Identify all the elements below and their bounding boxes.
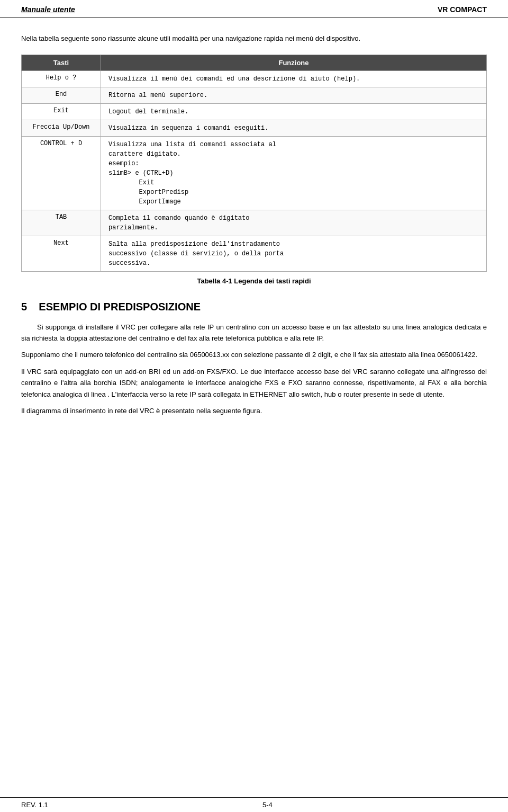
- section5-paragraph-4: Il diagramma di inserimento in rete del …: [21, 405, 487, 416]
- table-cell-func: Visualizza in sequenza i comandi eseguit…: [101, 120, 487, 136]
- section-5-heading: 5 ESEMPIO DI PREDISPOSIZIONE: [21, 301, 487, 313]
- table-row: Help o ?Visualizza il menù dei comandi e…: [22, 70, 487, 87]
- table-row: ExitLogout del terminale.: [22, 103, 487, 120]
- navigation-table: Tasti Funzione Help o ?Visualizza il men…: [21, 55, 487, 272]
- table-cell-func: Salta alla predisposizione dell'instrada…: [101, 236, 487, 271]
- table-header-funzione: Funzione: [101, 55, 487, 70]
- table-cell-key: TAB: [22, 210, 101, 236]
- table-cell-func: Visualizza una lista di comandi associat…: [101, 136, 487, 210]
- table-row: CONTROL + DVisualizza una lista di coman…: [22, 136, 487, 210]
- intro-paragraph: Nella tabella seguente sono riassunte al…: [21, 33, 487, 44]
- table-cell-key: Exit: [22, 103, 101, 120]
- table-caption: Tabella 4-1 Legenda dei tasti rapidi: [21, 277, 487, 285]
- header-product-name: VR COMPACT: [438, 5, 487, 14]
- header-manual-title: Manuale utente: [21, 5, 75, 14]
- table-cell-func: Visualizza il menù dei comandi ed una de…: [101, 70, 487, 87]
- section5-paragraph-3: Il VRC sarà equipaggiato con un add-on B…: [21, 366, 487, 400]
- table-row: TABCompleta il comando quando è digitato…: [22, 210, 487, 236]
- main-content: Nella tabella seguente sono riassunte al…: [0, 17, 508, 454]
- table-header-tasti: Tasti: [22, 55, 101, 70]
- page-header: Manuale utente VR COMPACT: [0, 0, 508, 17]
- table-cell-key: CONTROL + D: [22, 136, 101, 210]
- table-cell-key: Help o ?: [22, 70, 101, 87]
- table-cell-key: Next: [22, 236, 101, 271]
- section-number: 5: [21, 301, 27, 313]
- section5-paragraph-2: Supponiamo che il numero telefonico del …: [21, 349, 487, 360]
- section5-body: Si supponga di installare il VRC per col…: [21, 322, 487, 417]
- section-title: ESEMPIO DI PREDISPOSIZIONE: [39, 301, 201, 313]
- table-row: NextSalta alla predisposizione dell'inst…: [22, 236, 487, 271]
- table-cell-func: Completa il comando quando è digitato pa…: [101, 210, 487, 236]
- table-cell-key: End: [22, 87, 101, 103]
- section5-paragraph-1: Si supponga di installare il VRC per col…: [21, 322, 487, 344]
- table-cell-func: Logout del terminale.: [101, 103, 487, 120]
- table-cell-func: Ritorna al menù superiore.: [101, 87, 487, 103]
- table-cell-key: Freccia Up/Down: [22, 120, 101, 136]
- page-footer: REV. 1.1 5-4: [0, 797, 508, 812]
- footer-page-number: 5-4: [262, 801, 273, 809]
- table-row: Freccia Up/DownVisualizza in sequenza i …: [22, 120, 487, 136]
- footer-revision: REV. 1.1: [21, 801, 48, 809]
- table-row: EndRitorna al menù superiore.: [22, 87, 487, 103]
